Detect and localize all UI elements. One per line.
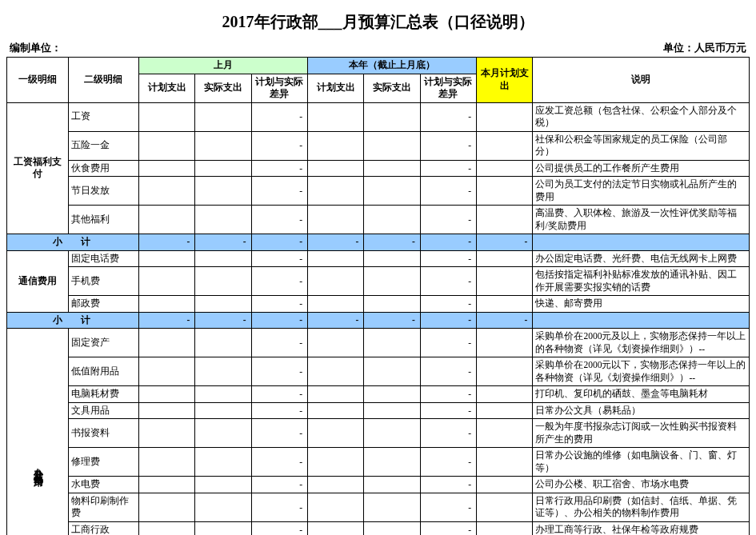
subtotal-value: -	[308, 312, 364, 329]
description-cell: 日常办公设施的维修（如电脑设备、门、窗、灯等）	[533, 448, 750, 477]
description-cell: 一般为年度书报杂志订阅或一次性购买书报资料所产生的费用	[533, 419, 750, 448]
subcategory-cell: 节日发放	[68, 177, 138, 206]
value-cell: -	[251, 206, 307, 234]
value-cell	[364, 419, 420, 448]
subtotal-label: 小计	[7, 234, 139, 251]
value-cell	[138, 419, 194, 448]
value-cell: -	[420, 521, 476, 535]
value-cell: -	[251, 402, 307, 419]
value-cell	[308, 206, 364, 234]
value-cell	[477, 419, 533, 448]
value-cell: -	[420, 493, 476, 521]
value-cell	[138, 329, 194, 357]
description-cell: 办公固定电话费、光纤费、电信无线网卡上网费	[533, 250, 750, 267]
subcategory-cell: 伙食费用	[68, 160, 138, 177]
value-cell	[477, 357, 533, 386]
value-cell: -	[420, 448, 476, 477]
value-cell: -	[420, 329, 476, 357]
value-cell	[364, 448, 420, 477]
value-cell: -	[251, 493, 307, 521]
value-cell: -	[251, 296, 307, 313]
value-cell: -	[420, 267, 476, 296]
value-cell: -	[420, 419, 476, 448]
subtotal-value: -	[195, 234, 251, 251]
page-title: 2017年行政部___月预算汇总表（口径说明）	[6, 11, 750, 33]
subtotal-value: -	[420, 312, 476, 329]
value-cell	[308, 493, 364, 521]
value-cell	[364, 521, 420, 535]
description-cell: 采购单价在2000元以下，实物形态保持一年以上的各种物资（详见《划资操作细则》）…	[533, 357, 750, 386]
subcategory-cell: 书报资料	[68, 419, 138, 448]
value-cell	[195, 448, 251, 477]
value-cell	[138, 160, 194, 177]
subcategory-cell: 固定电话费	[68, 250, 138, 267]
value-cell	[477, 267, 533, 296]
description-cell: 应发工资总额（包含社保、公积金个人部分及个税）	[533, 102, 750, 131]
description-cell: 公司提供员工的工作餐所产生费用	[533, 160, 750, 177]
value-cell	[195, 267, 251, 296]
value-cell	[138, 250, 194, 267]
table-row: 工资福利支付工资--应发工资总额（包含社保、公积金个人部分及个税）	[7, 102, 750, 131]
description-cell: 包括按指定福利补贴标准发放的通讯补贴、因工作开展需要实报实销的话费	[533, 267, 750, 296]
value-cell	[477, 329, 533, 357]
value-cell: -	[420, 402, 476, 419]
value-cell	[195, 402, 251, 419]
value-cell	[477, 493, 533, 521]
subtotal-desc	[533, 312, 750, 329]
table-row: 伙食费用--公司提供员工的工作餐所产生费用	[7, 160, 750, 177]
value-cell	[477, 206, 533, 234]
table-row: 电脑耗材费--打印机、复印机的硒鼓、墨盒等电脑耗材	[7, 386, 750, 403]
meta-right: 单位：人民币万元	[663, 41, 746, 55]
hdr-group-prev: 上月	[138, 58, 307, 74]
value-cell	[477, 448, 533, 477]
subtotal-value: -	[251, 312, 307, 329]
value-cell	[364, 329, 420, 357]
value-cell	[138, 206, 194, 234]
category-cell: 通信费用	[7, 250, 69, 312]
value-cell	[308, 250, 364, 267]
subtotal-value: -	[308, 234, 364, 251]
value-cell: -	[420, 477, 476, 493]
description-cell: 快递、邮寄费用	[533, 296, 750, 313]
value-cell	[364, 102, 420, 131]
subtotal-value: -	[195, 312, 251, 329]
hdr-month-plan: 本月计划支出	[477, 58, 533, 103]
value-cell	[195, 477, 251, 493]
value-cell	[477, 177, 533, 206]
value-cell	[138, 177, 194, 206]
hdr-group-ytd: 本年（截止上月底）	[308, 58, 477, 74]
value-cell: -	[251, 131, 307, 160]
value-cell	[308, 386, 364, 403]
table-row: 办公及其他费用固定资产--采购单价在2000元及以上，实物形态保持一年以上的各种…	[7, 329, 750, 357]
value-cell	[195, 357, 251, 386]
subcategory-cell: 其他福利	[68, 206, 138, 234]
value-cell: -	[420, 206, 476, 234]
table-row: 文具用品--日常办公文具（易耗品）	[7, 402, 750, 419]
meta-row: 编制单位： 单位：人民币万元	[6, 41, 750, 55]
value-cell	[364, 206, 420, 234]
value-cell: -	[251, 267, 307, 296]
value-cell	[308, 448, 364, 477]
table-row: 工商行政-- 办理工商等行政、社保年检等政府规费	[7, 521, 750, 535]
description-cell: 日常行政用品印刷费（如信封、信纸、单据、凭证等）、办公相关的物料制作费用	[533, 493, 750, 521]
value-cell	[195, 250, 251, 267]
hdr-cat: 一级明细	[7, 58, 69, 103]
subtotal-value: -	[251, 234, 307, 251]
description-cell: 公司为员工支付的法定节日实物或礼品所产生的费用	[533, 177, 750, 206]
value-cell	[138, 131, 194, 160]
subtotal-value: -	[138, 312, 194, 329]
value-cell: -	[420, 131, 476, 160]
table-row: 手机费--包括按指定福利补贴标准发放的通讯补贴、因工作开展需要实报实销的话费	[7, 267, 750, 296]
hdr-prev-plan: 计划支出	[138, 74, 194, 102]
value-cell	[138, 357, 194, 386]
subcategory-cell: 手机费	[68, 267, 138, 296]
description-cell: 高温费、入职体检、旅游及一次性评优奖励等福利/奖励费用	[533, 206, 750, 234]
value-cell	[195, 102, 251, 131]
subtotal-value: -	[477, 312, 533, 329]
value-cell	[138, 493, 194, 521]
subtotal-desc	[533, 234, 750, 251]
subcategory-cell: 工商行政	[68, 521, 138, 535]
value-cell	[308, 102, 364, 131]
value-cell: -	[251, 177, 307, 206]
value-cell	[477, 477, 533, 493]
